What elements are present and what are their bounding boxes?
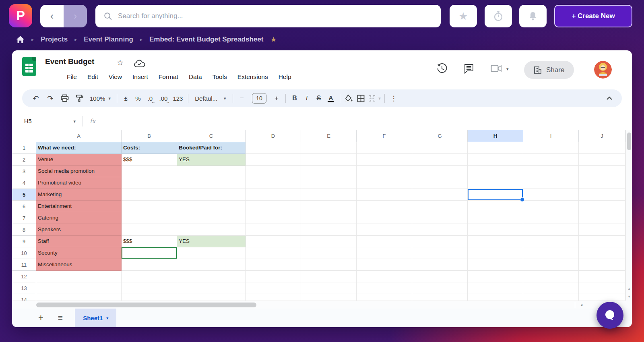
- cell-A4[interactable]: Promotional video: [36, 177, 122, 189]
- format-percent-button[interactable]: %: [132, 92, 144, 104]
- menu-file[interactable]: File: [62, 71, 82, 83]
- menu-extensions[interactable]: Extensions: [232, 71, 273, 83]
- cell-I6[interactable]: [523, 201, 579, 212]
- cell-E14[interactable]: [301, 294, 357, 301]
- cell-C12[interactable]: [177, 271, 246, 282]
- cell-H1[interactable]: [468, 142, 523, 154]
- nav-back-button[interactable]: ‹: [40, 5, 64, 27]
- row-header-2[interactable]: 2: [12, 154, 36, 166]
- font-size-input[interactable]: 10: [252, 93, 266, 104]
- cell-G8[interactable]: [412, 224, 468, 236]
- cell-I2[interactable]: [523, 154, 579, 166]
- cell-E4[interactable]: [301, 177, 357, 189]
- cell-D10[interactable]: [246, 247, 301, 259]
- undo-button[interactable]: ↶: [29, 92, 43, 104]
- cell-A10[interactable]: Security: [36, 247, 122, 259]
- cell-D6[interactable]: [246, 201, 301, 212]
- vertical-scroll-thumb[interactable]: [627, 133, 631, 150]
- cell-I10[interactable]: [523, 247, 579, 259]
- increase-font-size-button[interactable]: +: [270, 92, 283, 104]
- font-select[interactable]: Defaul... ▾: [191, 92, 230, 104]
- cell-H11[interactable]: [468, 259, 523, 271]
- cell-C4[interactable]: [177, 177, 246, 189]
- more-toolbar-button[interactable]: ⋮: [388, 92, 400, 104]
- cell-F3[interactable]: [357, 166, 412, 177]
- italic-button[interactable]: I: [301, 92, 313, 104]
- cell-J12[interactable]: [579, 271, 625, 282]
- cell-H4[interactable]: [468, 177, 523, 189]
- star-outline-icon[interactable]: ☆: [117, 58, 124, 67]
- cell-I14[interactable]: [523, 294, 579, 301]
- name-box[interactable]: H5 ▾: [24, 118, 76, 124]
- cell-E13[interactable]: [301, 282, 357, 294]
- increase-decimal-button[interactable]: .00→: [156, 92, 171, 104]
- chat-launcher-button[interactable]: [597, 302, 623, 329]
- decrease-font-size-button[interactable]: −: [236, 92, 248, 104]
- cell-A3[interactable]: Social media promotion: [36, 166, 122, 177]
- cell-B10[interactable]: [122, 247, 177, 259]
- cell-I13[interactable]: [523, 282, 579, 294]
- redo-button[interactable]: ↷: [43, 92, 58, 104]
- add-sheet-button[interactable]: +: [38, 313, 43, 323]
- nav-forward-button[interactable]: ›: [64, 5, 87, 27]
- zoom-select[interactable]: 100% ▾: [87, 92, 114, 104]
- grid-corner[interactable]: [12, 130, 36, 142]
- cell-G1[interactable]: [412, 142, 468, 154]
- cell-E3[interactable]: [301, 166, 357, 177]
- cell-C1[interactable]: Booked/Paid for:: [177, 142, 246, 154]
- cell-C5[interactable]: [177, 189, 246, 201]
- cell-F5[interactable]: [357, 189, 412, 201]
- cell-H10[interactable]: [468, 247, 523, 259]
- cell-C9[interactable]: YES: [177, 236, 246, 247]
- cell-H6[interactable]: [468, 201, 523, 212]
- cell-G12[interactable]: [412, 271, 468, 282]
- cell-J7[interactable]: [579, 212, 625, 224]
- cell-C3[interactable]: [177, 166, 246, 177]
- cell-G3[interactable]: [412, 166, 468, 177]
- cell-D4[interactable]: [246, 177, 301, 189]
- cell-F6[interactable]: [357, 201, 412, 212]
- scroll-left-icon[interactable]: ◂: [580, 303, 582, 307]
- menu-data[interactable]: Data: [184, 71, 207, 83]
- cell-B13[interactable]: [122, 282, 177, 294]
- cell-G7[interactable]: [412, 212, 468, 224]
- column-header-C[interactable]: C: [177, 130, 246, 142]
- cell-D1[interactable]: [246, 142, 301, 154]
- cell-D3[interactable]: [246, 166, 301, 177]
- user-avatar[interactable]: [594, 61, 612, 79]
- cell-J10[interactable]: [579, 247, 625, 259]
- column-header-D[interactable]: D: [246, 130, 301, 142]
- format-currency-button[interactable]: £: [120, 92, 132, 104]
- cell-A13[interactable]: [36, 282, 122, 294]
- cell-F11[interactable]: [357, 259, 412, 271]
- row-header-10[interactable]: 10: [12, 247, 36, 259]
- cell-I1[interactable]: [523, 142, 579, 154]
- breadcrumb-event-planning[interactable]: Event Planning: [84, 35, 133, 44]
- search-input[interactable]: [118, 12, 433, 20]
- cell-E9[interactable]: [301, 236, 357, 247]
- row-header-9[interactable]: 9: [12, 236, 36, 247]
- notifications-button[interactable]: [519, 5, 547, 27]
- cell-E10[interactable]: [301, 247, 357, 259]
- horizontal-scrollbar[interactable]: ◂ ▸: [12, 301, 625, 309]
- cell-B6[interactable]: [122, 201, 177, 212]
- borders-button[interactable]: [355, 92, 367, 104]
- scroll-down-icon[interactable]: ▾: [626, 294, 632, 298]
- column-header-E[interactable]: E: [301, 130, 357, 142]
- column-header-A[interactable]: A: [36, 130, 122, 142]
- cell-F12[interactable]: [357, 271, 412, 282]
- menu-insert[interactable]: Insert: [127, 71, 153, 83]
- cell-A14[interactable]: [36, 294, 122, 301]
- cell-B5[interactable]: [122, 189, 177, 201]
- fill-color-button[interactable]: [343, 92, 355, 104]
- column-header-I[interactable]: I: [523, 130, 579, 142]
- cell-J3[interactable]: [579, 166, 625, 177]
- cell-F1[interactable]: [357, 142, 412, 154]
- cell-J13[interactable]: [579, 282, 625, 294]
- share-button[interactable]: Share: [524, 61, 574, 79]
- cell-B4[interactable]: [122, 177, 177, 189]
- cell-D8[interactable]: [246, 224, 301, 236]
- cell-D9[interactable]: [246, 236, 301, 247]
- more-formats-button[interactable]: 123: [171, 92, 185, 104]
- cell-H9[interactable]: [468, 236, 523, 247]
